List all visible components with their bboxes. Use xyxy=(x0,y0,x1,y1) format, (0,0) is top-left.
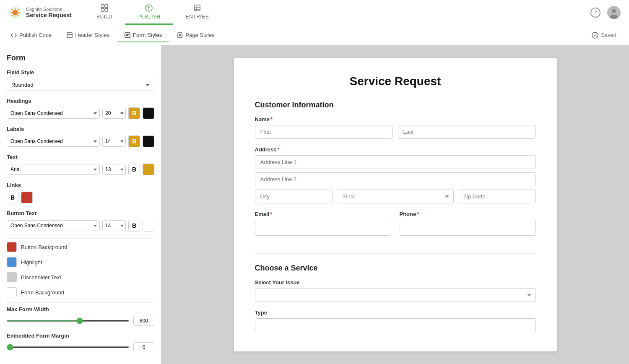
address-city-container xyxy=(255,190,333,203)
type-label-text: Type xyxy=(255,309,267,316)
embedded-form-margin-slider[interactable] xyxy=(7,346,129,348)
svg-point-1 xyxy=(14,11,17,14)
button-text-font-select[interactable]: Open Sans Condensed xyxy=(7,220,100,231)
form-background-swatch[interactable] xyxy=(7,287,17,297)
help-icon[interactable]: ? xyxy=(590,8,600,18)
address-group: Address* State xyxy=(255,146,536,203)
name-row xyxy=(255,125,536,139)
preview-area: Service Request Customer Information Nam… xyxy=(161,45,629,364)
nav-right: ? xyxy=(582,0,629,25)
tab-build[interactable]: BUILD xyxy=(84,0,125,25)
address-required: * xyxy=(278,146,280,153)
avatar[interactable] xyxy=(607,6,621,19)
links-color-swatch[interactable] xyxy=(21,192,33,203)
headings-size-select[interactable]: 20 xyxy=(102,108,126,119)
text-font-select[interactable]: Arial xyxy=(7,164,100,175)
svg-rect-8 xyxy=(194,5,200,11)
field-style-select[interactable]: Rounded Square Underlined xyxy=(7,79,154,91)
text-bold-button[interactable]: B xyxy=(128,164,140,175)
name-last-input[interactable] xyxy=(398,125,536,139)
email-input[interactable] xyxy=(255,220,391,236)
svg-rect-17 xyxy=(125,33,130,38)
labels-bold-button[interactable]: B xyxy=(128,135,140,147)
address-line2-input[interactable] xyxy=(255,172,536,186)
address-city-input[interactable] xyxy=(255,190,333,203)
phone-input[interactable] xyxy=(400,220,536,236)
text-label: Text xyxy=(7,154,154,160)
code-icon xyxy=(11,32,17,38)
brand-name: Service Request xyxy=(26,12,72,18)
labels-font-select[interactable]: Open Sans Condensed xyxy=(7,136,100,147)
text-size-select[interactable]: 13 xyxy=(102,164,126,175)
button-text-color-swatch[interactable] xyxy=(143,220,154,231)
svg-rect-20 xyxy=(178,33,182,38)
embedded-form-margin-value[interactable]: 0 xyxy=(133,342,154,352)
headings-bold-button[interactable]: B xyxy=(128,107,140,119)
subnav-form-styles[interactable]: Form Styles xyxy=(118,29,169,42)
max-form-width-section: Max Form Width 800 xyxy=(7,306,154,326)
labels-size-select[interactable]: 14 xyxy=(102,136,126,147)
issue-select[interactable] xyxy=(255,288,536,302)
text-color-swatch[interactable] xyxy=(143,164,154,175)
header-icon xyxy=(67,32,73,38)
avatar-image xyxy=(607,6,621,19)
links-color-row: B xyxy=(7,192,154,203)
links-label: Links xyxy=(7,182,154,188)
build-icon xyxy=(100,4,109,12)
highlight-swatch[interactable] xyxy=(7,257,17,267)
top-nav: Cognito Solutions Service Request BUILD … xyxy=(0,0,629,25)
brand: Cognito Solutions Service Request xyxy=(0,0,84,25)
name-required: * xyxy=(270,116,273,122)
address-zip-container xyxy=(458,190,536,203)
headings-color-swatch[interactable] xyxy=(143,107,154,119)
divider1 xyxy=(7,238,154,239)
address-state-container: State xyxy=(337,190,454,203)
subnav-header-styles-label: Header Styles xyxy=(75,32,109,38)
phone-required: * xyxy=(417,211,419,217)
button-text-section: Button Text Open Sans Condensed 14 B xyxy=(7,210,154,231)
brand-logo-icon xyxy=(8,6,22,19)
tab-entries-label: ENTRIES xyxy=(186,14,209,20)
address-line1-input[interactable] xyxy=(255,155,536,169)
svg-rect-5 xyxy=(105,8,108,11)
labels-color-swatch[interactable] xyxy=(143,135,154,147)
tab-publish-label: PUBLISH xyxy=(138,14,161,20)
type-input[interactable] xyxy=(255,318,536,332)
subnav-publish-code[interactable]: Publish Code xyxy=(4,29,58,42)
headings-font-select[interactable]: Open Sans Condensed xyxy=(7,108,100,119)
max-form-width-slider-container: 800 xyxy=(7,316,154,326)
page-icon xyxy=(177,32,183,38)
tab-entries[interactable]: ENTRIES xyxy=(173,0,222,25)
tab-publish[interactable]: PUBLISH xyxy=(125,0,173,25)
links-bold-button[interactable]: B xyxy=(7,192,18,203)
name-first-input[interactable] xyxy=(255,125,393,139)
field-style-label: Field Style xyxy=(7,69,154,75)
name-label-text: Name xyxy=(255,116,270,122)
button-background-swatch[interactable] xyxy=(7,242,17,252)
sidebar-title: Form xyxy=(7,54,154,62)
max-form-width-value[interactable]: 800 xyxy=(133,316,154,326)
subnav-page-styles[interactable]: Page Styles xyxy=(170,29,221,42)
form-card: Service Request Customer Information Nam… xyxy=(234,58,557,351)
button-text-size-select[interactable]: 14 xyxy=(102,220,126,231)
tab-build-label: BUILD xyxy=(96,14,112,20)
headings-font-row: Open Sans Condensed 20 B xyxy=(7,107,154,119)
subnav-publish-code-label: Publish Code xyxy=(19,32,52,38)
text-font-row: Arial 13 B xyxy=(7,164,154,175)
subnav-header-styles[interactable]: Header Styles xyxy=(60,29,116,42)
address-zip-input[interactable] xyxy=(458,190,536,203)
max-form-width-slider[interactable] xyxy=(7,320,129,322)
button-text-bold-button[interactable]: B xyxy=(128,220,140,231)
placeholder-text-swatch[interactable] xyxy=(7,272,17,282)
email-label-text: Email xyxy=(255,211,270,217)
labels-font-row: Open Sans Condensed 14 B xyxy=(7,135,154,147)
phone-group: Phone* xyxy=(400,211,536,236)
section1-title: Customer Information xyxy=(255,101,536,109)
svg-point-13 xyxy=(612,9,616,13)
type-label: Type xyxy=(255,309,536,316)
max-form-width-label: Max Form Width xyxy=(7,306,154,312)
sidebar: Form Field Style Rounded Square Underlin… xyxy=(0,45,161,364)
headings-label: Headings xyxy=(7,98,154,104)
address-state-select[interactable]: State xyxy=(337,190,454,203)
field-style-section: Field Style Rounded Square Underlined xyxy=(7,69,154,91)
